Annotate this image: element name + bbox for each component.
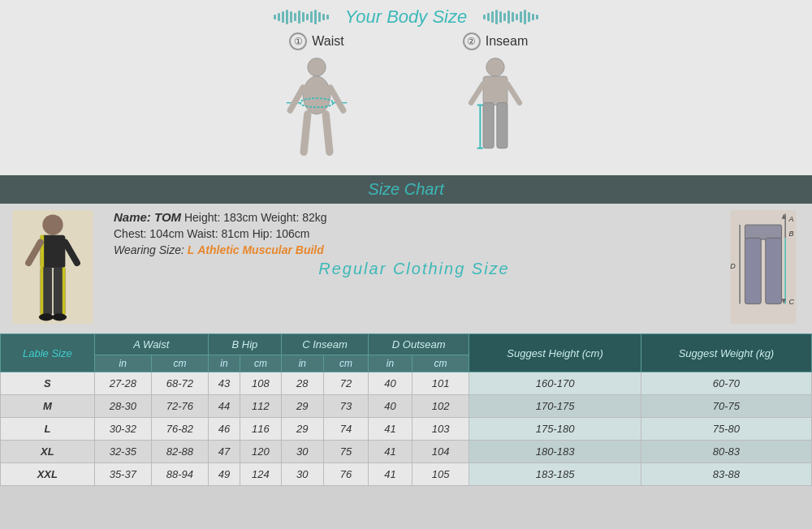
cell-hip-cm: 120 xyxy=(240,441,281,463)
cell-inseam-cm: 72 xyxy=(323,372,368,395)
svg-point-1 xyxy=(303,76,330,114)
model-name: Name: TOM xyxy=(114,210,181,224)
svg-rect-24 xyxy=(41,267,44,315)
cell-size: XXL xyxy=(1,463,95,486)
wearing-size: L xyxy=(188,243,195,256)
cell-inseam-in: 29 xyxy=(281,395,323,418)
size-chart-content: Name: TOM Height: 183cm Weight: 82kg Che… xyxy=(0,204,812,333)
waist-diagram: ① Waist xyxy=(276,32,357,167)
main-container: Your Body Size ① Waist xyxy=(0,0,812,529)
th-outseam-cm: cm xyxy=(412,355,469,372)
cell-hip-cm: 108 xyxy=(240,372,281,395)
cell-weight: 60-70 xyxy=(641,372,811,395)
cell-height: 160-170 xyxy=(469,372,641,395)
measurements-text: Chest: 104cm Waist: 81cm Hip: 106cm xyxy=(114,227,309,240)
cell-waist-cm: 88-94 xyxy=(151,463,208,486)
waist-text: Waist xyxy=(312,34,343,49)
cell-hip-in: 43 xyxy=(208,372,240,395)
svg-text:C: C xyxy=(789,298,795,306)
table-row: M 28-30 72-76 44 112 29 73 40 102 170-17… xyxy=(1,395,812,418)
svg-text:B: B xyxy=(789,230,794,238)
cell-inseam-cm: 73 xyxy=(323,395,368,418)
wearing-label: Wearing Size: xyxy=(114,243,188,256)
cell-hip-in: 49 xyxy=(208,463,240,486)
cell-outseam-in: 41 xyxy=(369,463,412,486)
table-row: XL 32-35 82-88 47 120 30 75 41 104 180-1… xyxy=(1,441,812,463)
th-hip-in: in xyxy=(208,355,240,372)
svg-rect-10 xyxy=(483,76,508,105)
cell-hip-in: 47 xyxy=(208,441,240,463)
size-chart-title: Size Chart xyxy=(368,180,443,198)
th-suggest-height: Suggest Height (cm) xyxy=(469,334,641,372)
cell-waist-cm: 76-82 xyxy=(151,418,208,441)
inseam-label: ② Inseam xyxy=(463,32,528,50)
th-waist-in: in xyxy=(94,355,151,372)
svg-line-8 xyxy=(330,88,343,110)
model-image-area xyxy=(8,210,97,327)
cell-outseam-in: 41 xyxy=(369,418,412,441)
svg-point-29 xyxy=(52,313,67,320)
body-size-title: Your Body Size xyxy=(345,6,467,28)
inseam-figure xyxy=(455,54,536,167)
waist-label: ① Waist xyxy=(289,32,343,50)
cell-weight: 80-83 xyxy=(641,441,811,463)
th-hip-cm: cm xyxy=(240,355,281,372)
cell-weight: 83-88 xyxy=(641,463,811,486)
svg-line-6 xyxy=(326,114,330,153)
cell-weight: 75-80 xyxy=(641,418,811,441)
svg-point-28 xyxy=(39,313,54,320)
cell-size: S xyxy=(1,372,95,395)
svg-point-0 xyxy=(308,58,326,76)
cell-waist-in: 32-35 xyxy=(94,441,151,463)
th-a-waist: A Waist xyxy=(94,334,208,355)
th-label-size: Lable Size xyxy=(1,334,95,372)
cell-weight: 70-75 xyxy=(641,395,811,418)
table-row: XXL 35-37 88-94 49 124 30 76 41 105 183-… xyxy=(1,463,812,486)
th-inseam-in: in xyxy=(281,355,323,372)
cell-hip-cm: 124 xyxy=(240,463,281,486)
th-b-hip: B Hip xyxy=(208,334,281,355)
cell-waist-cm: 68-72 xyxy=(151,372,208,395)
cell-inseam-in: 30 xyxy=(281,441,323,463)
cell-height: 175-180 xyxy=(469,418,641,441)
inseam-number: ② xyxy=(463,32,481,50)
table-body: S 27-28 68-72 43 108 28 72 40 101 160-17… xyxy=(1,372,812,486)
cell-waist-in: 30-32 xyxy=(94,418,151,441)
left-wave xyxy=(274,10,329,24)
svg-point-19 xyxy=(42,214,63,234)
svg-line-16 xyxy=(471,84,483,102)
svg-rect-11 xyxy=(483,103,494,148)
cell-size: M xyxy=(1,395,95,418)
waist-number: ① xyxy=(289,32,307,50)
cell-waist-cm: 72-76 xyxy=(151,395,208,418)
svg-text:A: A xyxy=(788,215,794,223)
th-outseam-in: in xyxy=(369,355,412,372)
body-size-section: Your Body Size ① Waist xyxy=(0,0,812,175)
table-row: L 30-32 76-82 46 116 29 74 41 103 175-18… xyxy=(1,418,812,441)
svg-text:D: D xyxy=(730,262,736,270)
info-measurements: Chest: 104cm Waist: 81cm Hip: 106cm xyxy=(114,227,715,240)
size-table-section: Lable Size A Waist B Hip C Inseam D Outs… xyxy=(0,333,812,529)
cell-height: 170-175 xyxy=(469,395,641,418)
svg-line-5 xyxy=(304,114,308,153)
cell-waist-in: 28-30 xyxy=(94,395,151,418)
cell-outseam-in: 41 xyxy=(369,441,412,463)
th-waist-cm: cm xyxy=(151,355,208,372)
cell-outseam-in: 40 xyxy=(369,372,412,395)
svg-line-17 xyxy=(508,84,520,102)
table-row: S 27-28 68-72 43 108 28 72 40 101 160-17… xyxy=(1,372,812,395)
body-size-header: Your Body Size xyxy=(16,6,796,28)
cell-outseam-cm: 104 xyxy=(412,441,469,463)
cell-inseam-in: 28 xyxy=(281,372,323,395)
info-name-line: Name: TOM Height: 183cm Weight: 82kg xyxy=(114,210,715,224)
svg-point-9 xyxy=(486,58,504,76)
svg-rect-20 xyxy=(41,235,66,269)
cell-outseam-cm: 101 xyxy=(412,372,469,395)
svg-rect-12 xyxy=(497,103,508,148)
th-inseam-cm: cm xyxy=(323,355,368,372)
model-info: Name: TOM Height: 183cm Weight: 82kg Che… xyxy=(106,210,715,278)
svg-rect-25 xyxy=(63,267,66,315)
svg-rect-33 xyxy=(766,238,782,303)
size-table: Lable Size A Waist B Hip C Inseam D Outs… xyxy=(0,333,812,486)
right-wave xyxy=(483,10,538,24)
